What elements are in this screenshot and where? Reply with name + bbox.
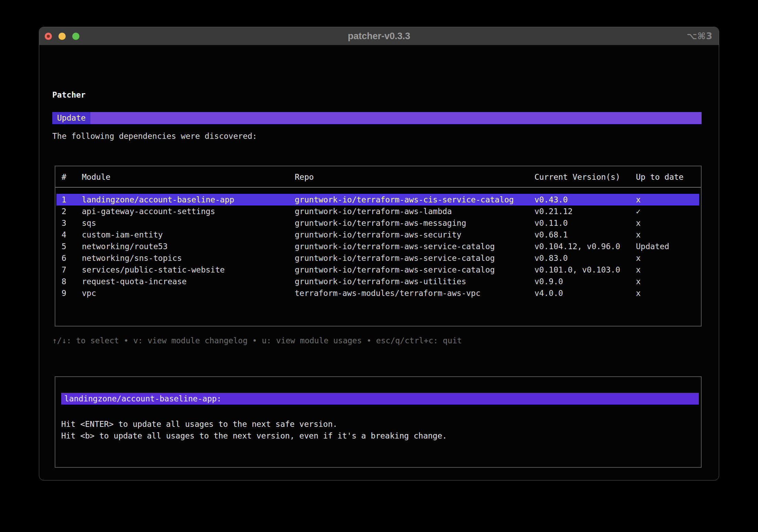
selected-module-bar: landingzone/account-baseline-app:: [61, 393, 699, 404]
row-number: 3: [62, 217, 66, 229]
row-version: v0.101.0, v0.103.0: [534, 264, 620, 276]
row-number: 5: [62, 241, 66, 252]
row-status: x: [636, 276, 641, 287]
intro-text: The following dependencies were discover…: [52, 131, 257, 141]
row-status: x: [636, 252, 641, 264]
terminal-window: patcher-v0.3.3 ⌥⌘3 Patcher Update The fo…: [39, 27, 719, 480]
row-status: ✓: [636, 206, 641, 217]
dependencies-table: # Module Repo Current Version(s) Up to d…: [55, 166, 702, 326]
window-shortcut: ⌥⌘3: [687, 27, 713, 45]
app-heading: Patcher: [52, 90, 86, 100]
row-repo: gruntwork-io/terraform-aws-security: [295, 229, 462, 241]
row-module: vpc: [82, 287, 96, 299]
detail-instruction-enter: Hit <ENTER> to update all usages to the …: [61, 418, 447, 430]
row-module: request-quota-increase: [82, 276, 187, 287]
row-module: landingzone/account-baseline-app: [82, 194, 234, 206]
row-version: v0.21.12: [534, 206, 573, 217]
row-number: 4: [62, 229, 66, 241]
detail-instructions: Hit <ENTER> to update all usages to the …: [61, 418, 447, 442]
table-row[interactable]: 4 custom-iam-entity gruntwork-io/terrafo…: [55, 229, 701, 241]
row-version: v0.43.0: [534, 194, 568, 206]
row-status: x: [636, 287, 641, 299]
row-module: custom-iam-entity: [82, 229, 163, 241]
row-version: v0.104.12, v0.96.0: [534, 241, 620, 252]
row-number: 6: [62, 252, 66, 264]
table-row[interactable]: 7 services/public-static-website gruntwo…: [55, 264, 701, 276]
row-module: networking/sns-topics: [82, 252, 182, 264]
row-repo: gruntwork-io/terraform-aws-messaging: [295, 217, 466, 229]
row-repo: gruntwork-io/terraform-aws-utilities: [295, 276, 466, 287]
header-separator: [55, 187, 701, 188]
row-status: x: [636, 217, 641, 229]
detail-panel: landingzone/account-baseline-app: Hit <E…: [55, 376, 702, 468]
table-header: # Module Repo Current Version(s) Up to d…: [55, 172, 701, 182]
row-number: 2: [62, 206, 66, 217]
row-number: 7: [62, 264, 66, 276]
table-row[interactable]: 6 networking/sns-topics gruntwork-io/ter…: [55, 252, 701, 264]
row-repo: gruntwork-io/terraform-aws-service-catal…: [295, 252, 495, 264]
table-row[interactable]: 5 networking/route53 gruntwork-io/terraf…: [55, 241, 701, 252]
row-module: services/public-static-website: [82, 264, 225, 276]
row-status: Updated: [636, 241, 669, 252]
table-row[interactable]: 3 sqs gruntwork-io/terraform-aws-messagi…: [55, 217, 701, 229]
row-number: 8: [62, 276, 66, 287]
row-status: x: [636, 194, 641, 206]
header-module: Module: [82, 172, 110, 182]
row-status: x: [636, 229, 641, 241]
row-module: sqs: [82, 217, 96, 229]
table-body: 1 landingzone/account-baseline-app grunt…: [55, 194, 701, 299]
row-repo: gruntwork-io/terraform-aws-cis-service-c…: [295, 194, 514, 206]
header-status: Up to date: [636, 172, 683, 182]
row-repo: gruntwork-io/terraform-aws-lambda: [295, 206, 452, 217]
row-module: networking/route53: [82, 241, 167, 252]
tab-update[interactable]: Update: [52, 112, 90, 124]
header-number: #: [62, 172, 66, 182]
terminal-content: Patcher Update The following dependencie…: [39, 45, 719, 480]
row-version: v0.83.0: [534, 252, 568, 264]
header-version: Current Version(s): [534, 172, 620, 182]
header-repo: Repo: [295, 172, 314, 182]
tab-bar: Update: [52, 112, 702, 124]
window-title: patcher-v0.3.3: [39, 31, 719, 42]
row-version: v0.68.1: [534, 229, 568, 241]
row-repo: terraform-aws-modules/terraform-aws-vpc: [295, 287, 480, 299]
help-bar: ↑/↓: to select • v: view module changelo…: [52, 336, 462, 345]
table-row[interactable]: 9 vpc terraform-aws-modules/terraform-aw…: [55, 287, 701, 299]
row-version: v4.0.0: [534, 287, 563, 299]
row-version: v0.11.0: [534, 217, 568, 229]
row-status: x: [636, 264, 641, 276]
row-number: 1: [62, 194, 66, 206]
row-repo: gruntwork-io/terraform-aws-service-catal…: [295, 241, 495, 252]
table-row[interactable]: 1 landingzone/account-baseline-app grunt…: [55, 194, 701, 206]
row-module: api-gateway-account-settings: [82, 206, 215, 217]
row-number: 9: [62, 287, 66, 299]
detail-instruction-breaking: Hit <b> to update all usages to the next…: [61, 430, 447, 442]
row-version: v0.9.0: [534, 276, 563, 287]
table-row[interactable]: 8 request-quota-increase gruntwork-io/te…: [55, 276, 701, 287]
row-repo: gruntwork-io/terraform-aws-service-catal…: [295, 264, 495, 276]
window-titlebar: patcher-v0.3.3 ⌥⌘3: [39, 27, 719, 45]
table-row[interactable]: 2 api-gateway-account-settings gruntwork…: [55, 206, 701, 217]
